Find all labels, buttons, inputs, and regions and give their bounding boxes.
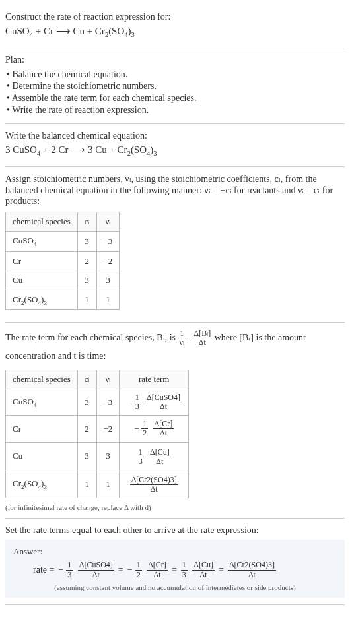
rate-expression: rate = −13 Δ[CuSO4]Δt = −12 Δ[Cr]Δt = 13… <box>13 561 337 579</box>
balanced-section: Write the balanced chemical equation: 3 … <box>5 124 345 167</box>
plan-bullet-4: • Write the rate of reaction expression. <box>7 105 345 115</box>
rate-table: chemical species cᵢ νᵢ rate term CuSO4 3… <box>5 370 189 499</box>
plan-bullet-3: • Assemble the rate term for each chemic… <box>7 93 345 104</box>
header-ci: cᵢ <box>77 212 96 232</box>
header-vi: νᵢ <box>96 370 120 389</box>
plan-bullet-1: • Balance the chemical equation. <box>7 69 345 80</box>
set-equal-text: Set the rate terms equal to each other t… <box>5 525 345 536</box>
answer-title: Answer: <box>13 546 337 557</box>
header-ci: cᵢ <box>77 370 96 389</box>
rate-label: rate = <box>33 565 54 575</box>
stoich-section: Assign stoichiometric numbers, νᵢ, using… <box>5 167 345 323</box>
intro-text: Construct the rate of reaction expressio… <box>5 12 345 22</box>
balanced-title: Write the balanced chemical equation: <box>5 131 345 141</box>
intro-section: Construct the rate of reaction expressio… <box>5 5 345 48</box>
infinitesimal-note: (for infinitesimal rate of change, repla… <box>5 503 345 511</box>
table-header-row: chemical species cᵢ νᵢ <box>6 212 120 232</box>
rate-intro: The rate term for each chemical species,… <box>5 329 345 364</box>
answer-note: (assuming constant volume and no accumul… <box>13 583 337 591</box>
assign-text: Assign stoichiometric numbers, νᵢ, using… <box>5 174 345 207</box>
plan-title: Plan: <box>5 55 345 65</box>
table-row: Cu 3 3 <box>6 271 120 290</box>
table-row: Cr 2 −2 −12 Δ[Cr]Δt <box>6 416 189 442</box>
table-row: CuSO4 3 −3 −13 Δ[CuSO4]Δt <box>6 389 189 415</box>
rate-term-section: The rate term for each chemical species,… <box>5 323 345 519</box>
header-species: chemical species <box>6 212 78 232</box>
table-header-row: chemical species cᵢ νᵢ rate term <box>6 370 189 389</box>
balanced-equation: 3 CuSO4 + 2 Cr ⟶ 3 Cu + Cr2(SO4)3 <box>5 144 345 157</box>
plan-section: Plan: • Balance the chemical equation. •… <box>5 48 345 124</box>
header-vi: νᵢ <box>96 212 120 232</box>
eq-rest: + Cr ⟶ Cu + Cr <box>33 26 105 36</box>
table-row: Cu 3 3 13 Δ[Cu]Δt <box>6 442 189 470</box>
answer-box: Answer: rate = −13 Δ[CuSO4]Δt = −12 Δ[Cr… <box>5 540 345 597</box>
stoich-table: chemical species cᵢ νᵢ CuSO4 3 −3 Cr 2 −… <box>5 212 120 310</box>
table-row: Cr 2 −2 <box>6 251 120 271</box>
eq-cuso4: CuSO4 <box>5 26 33 36</box>
answer-section: Set the rate terms equal to each other t… <box>5 519 345 604</box>
header-rate-term: rate term <box>120 370 189 389</box>
table-row: Cr2(SO4)3 1 1 <box>6 290 120 310</box>
table-row: CuSO4 3 −3 <box>6 232 120 252</box>
unbalanced-equation: CuSO4 + Cr ⟶ Cu + Cr2(SO4)3 <box>5 25 345 38</box>
table-row: Cr2(SO4)3 1 1 Δ[Cr2(SO4)3]Δt <box>6 470 189 498</box>
plan-bullet-2: • Determine the stoichiometric numbers. <box>7 81 345 92</box>
header-species: chemical species <box>6 370 78 389</box>
